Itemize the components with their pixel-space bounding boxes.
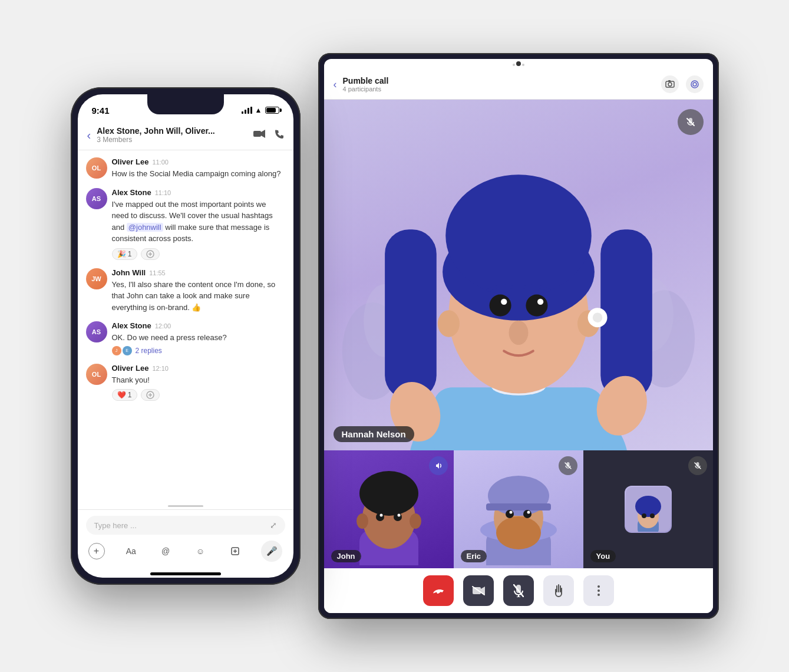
eric-avatar <box>480 453 557 565</box>
replies-link[interactable]: J E 2 replies <box>112 346 285 355</box>
your-video-thumbnail <box>625 486 672 533</box>
chat-member-count: 3 Members <box>97 136 253 144</box>
phone-call-icon[interactable] <box>275 129 284 141</box>
message-input-box[interactable]: Type here ... ⤢ <box>86 516 285 535</box>
status-time: 9:41 <box>92 106 110 116</box>
message-row: AS Alex Stone 12:00 OK. Do we need a pre… <box>86 321 285 355</box>
mention-button[interactable]: @ <box>157 543 174 559</box>
text-format-button[interactable]: Aa <box>123 543 139 559</box>
message-meta: John Will 11:55 <box>112 268 285 277</box>
avatar: OL <box>86 157 107 179</box>
raise-hand-button[interactable] <box>543 575 574 606</box>
svg-point-47 <box>496 516 541 549</box>
reaction-badge[interactable]: ❤️ 1 <box>112 389 137 401</box>
add-attachment-button[interactable]: + <box>88 543 105 559</box>
svg-rect-21 <box>600 229 652 400</box>
mute-overlay-button[interactable] <box>678 109 704 135</box>
message-time: 12:10 <box>152 365 169 372</box>
voice-message-button[interactable]: 🎤 <box>261 541 282 562</box>
participant-mic-button-you[interactable] <box>688 456 707 475</box>
svg-point-59 <box>642 513 646 518</box>
speaker-button[interactable] <box>686 75 704 93</box>
svg-point-51 <box>523 510 531 518</box>
message-time: 11:10 <box>155 189 171 196</box>
svg-point-50 <box>506 510 514 518</box>
svg-point-31 <box>592 312 602 322</box>
avatar: AS <box>86 188 107 209</box>
participant-tile-you: You <box>583 450 713 568</box>
video-call-icon[interactable] <box>253 130 265 140</box>
end-call-icon <box>432 584 445 597</box>
reply-avatar: J <box>112 346 121 355</box>
signal-bar-3 <box>247 108 249 114</box>
reactions: ❤️ 1 <box>112 389 285 401</box>
svg-point-43 <box>410 513 421 529</box>
message-meta: Alex Stone 12:00 <box>112 321 285 330</box>
svg-point-24 <box>526 295 547 317</box>
participants-count: 4 participants <box>343 85 661 93</box>
message-text: I've mapped out the most important point… <box>112 199 285 245</box>
sender-name: John Will <box>112 268 146 277</box>
camera-off-button[interactable] <box>463 575 494 606</box>
phone-notch <box>147 94 224 114</box>
message-meta: Oliver Lee 11:00 <box>112 157 285 166</box>
more-options-button[interactable] <box>583 575 614 606</box>
mic-off-button[interactable] <box>503 575 534 606</box>
call-controls <box>324 568 713 613</box>
message-time: 11:55 <box>149 269 166 276</box>
end-call-button[interactable] <box>423 575 454 606</box>
edit-button[interactable] <box>227 543 243 559</box>
svg-rect-62 <box>473 587 481 594</box>
dot-1 <box>513 64 515 66</box>
reaction-add[interactable] <box>141 248 160 260</box>
svg-point-39 <box>394 513 402 521</box>
svg-rect-7 <box>668 80 671 82</box>
back-button[interactable]: ‹ <box>87 129 91 142</box>
phone-header: ‹ Alex Stone, John Will, Oliver... 3 Mem… <box>78 123 293 150</box>
phone-header-info: Alex Stone, John Will, Oliver... 3 Membe… <box>97 126 253 144</box>
message-row: OL Oliver Lee 11:00 How is the Social Me… <box>86 157 285 180</box>
svg-point-26 <box>537 299 543 305</box>
message-content: Alex Stone 12:00 OK. Do we need a press … <box>112 321 285 355</box>
you-avatar <box>626 487 671 532</box>
signal-bar-1 <box>242 111 243 114</box>
tablet-back-button[interactable]: ‹ <box>334 78 337 91</box>
scroll-indicator <box>168 505 203 507</box>
svg-point-69 <box>597 589 600 592</box>
svg-point-41 <box>397 514 400 517</box>
reply-avatar: E <box>123 346 132 355</box>
reaction-add[interactable] <box>141 389 160 401</box>
message-input[interactable]: Type here ... <box>94 521 270 530</box>
participant-mic-button-john[interactable] <box>429 456 448 475</box>
wifi-icon: ▲ <box>255 106 262 114</box>
call-title: Pumble call <box>343 76 661 85</box>
svg-point-9 <box>693 83 696 86</box>
avatar: JW <box>86 268 107 289</box>
svg-point-27 <box>509 321 528 345</box>
message-text: How is the Social Media campaign coming … <box>112 168 285 180</box>
svg-point-23 <box>489 295 511 317</box>
reaction-badge[interactable]: 🎉 1 <box>112 248 137 260</box>
sender-name: Alex Stone <box>112 321 151 330</box>
main-video-area: Hannah Nelson <box>324 100 713 450</box>
expand-icon[interactable]: ⤢ <box>270 521 277 530</box>
svg-rect-0 <box>253 131 261 137</box>
tablet-header-icons <box>661 75 704 93</box>
svg-point-58 <box>635 496 661 517</box>
svg-point-22 <box>445 174 592 296</box>
raise-hand-icon <box>553 584 564 597</box>
participant-tile-john: John <box>324 450 454 568</box>
message-text: Yes, I'll also share the content once I'… <box>112 279 285 314</box>
emoji-button[interactable]: ☺ <box>192 543 209 559</box>
participant-mic-button-eric[interactable] <box>559 456 577 475</box>
camera-switch-button[interactable] <box>661 75 679 93</box>
avatar: AS <box>86 321 107 342</box>
avatar: OL <box>86 364 107 385</box>
status-icons: ▲ <box>242 106 279 114</box>
svg-rect-49 <box>486 503 551 510</box>
svg-rect-15 <box>433 387 603 450</box>
svg-marker-1 <box>261 130 265 138</box>
message-content: Oliver Lee 11:00 How is the Social Media… <box>112 157 285 180</box>
phone-chat-area: OL Oliver Lee 11:00 How is the Social Me… <box>78 150 293 505</box>
phone-device: 9:41 ▲ ‹ Alex <box>71 87 301 585</box>
